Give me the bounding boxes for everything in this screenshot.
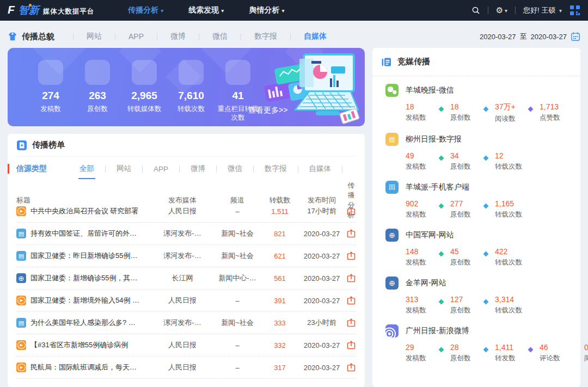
stat-label: 原创数 (75, 105, 120, 113)
article-title-link[interactable]: 中共中央政治局召开会议 研究部署 (30, 206, 139, 216)
repost-count: 821 (262, 230, 297, 238)
subnav-tab[interactable]: 网站 (74, 32, 115, 41)
banner-stat-icon (132, 60, 157, 85)
media-link[interactable]: 广州日报-新浪微博 (385, 324, 580, 337)
banner-stats: 274 发稿数 263 原创数 2,965 转载媒体数 7,610 转载次数 (27, 60, 261, 122)
subnav-item-overview[interactable]: 传播总貌 (8, 32, 54, 42)
stat-value: 1,713 (540, 102, 568, 111)
channel: – (212, 341, 262, 349)
stat-label: 发稿数 (406, 306, 434, 315)
stat-value: 2,965 (131, 90, 157, 102)
filter-label: 信源类型 (16, 164, 47, 174)
stat-label: 转发数 (495, 354, 523, 363)
calendar-icon (571, 32, 580, 41)
source-tab[interactable]: 网站 (106, 157, 142, 180)
divider (488, 7, 488, 14)
article-title-link[interactable]: 【#31省区市新增55例确诊病例 (30, 340, 128, 350)
qr-code-icon[interactable] (569, 5, 580, 16)
stat-item: 313 发稿数 (406, 295, 434, 315)
spread-analysis-icon[interactable] (346, 206, 356, 216)
media-link[interactable]: 中国军网-网站 (385, 229, 580, 242)
col-channel: 频道 (212, 195, 262, 205)
search-icon[interactable] (471, 6, 480, 15)
banner-stat-icon (179, 60, 204, 85)
stat-item: 45 原创数 (434, 247, 479, 267)
subnav-tab[interactable]: 数字报 (241, 32, 290, 41)
source-tab[interactable]: 微信 (217, 157, 253, 180)
repost-count: 1,511 (262, 207, 297, 216)
article-title-link[interactable]: 国家卫健委：昨日新增确诊55例… (30, 251, 137, 261)
spread-analysis-icon[interactable] (346, 363, 356, 372)
source-type-icon (16, 340, 26, 350)
menu-item[interactable]: 线索发现▾ (188, 5, 224, 15)
media-link[interactable]: 柳州日报-数字报 (385, 133, 580, 146)
stat-label: 原创数 (450, 354, 479, 363)
spread-analysis-icon[interactable] (346, 229, 356, 238)
stat-item: 34 原创数 (434, 151, 479, 171)
media-name: 中国军网-网站 (406, 230, 454, 240)
media-stats: 29 发稿数 28 原创数 (406, 343, 580, 363)
spread-analysis-icon[interactable] (346, 296, 356, 305)
repost-count: 333 (262, 319, 297, 327)
media-link[interactable]: 金羊网-网站 (385, 277, 580, 290)
stat-value: 902 (406, 199, 434, 208)
media-type-icon (385, 84, 399, 97)
media-stats: 148 发稿数 45 原创数 (406, 247, 580, 267)
source-tab[interactable]: 数字报 (254, 157, 298, 180)
source-tab[interactable]: 全部 (69, 157, 105, 180)
compete-entry: 羊城晚报-微信 18 发稿数 18 (385, 84, 580, 124)
stat-value: 12 (495, 151, 523, 160)
panel-title: 传播榜单 (32, 140, 65, 150)
source-tab[interactable]: APP (143, 158, 179, 180)
source-tab[interactable]: 自媒体 (298, 157, 342, 180)
brand-name: 智新 (19, 3, 39, 17)
media-link[interactable]: 羊城派-手机客户端 (385, 181, 580, 194)
app-logo[interactable]: F 智新 媒体大数据平台 (8, 3, 94, 17)
subnav-tab[interactable]: APP (115, 32, 157, 41)
stat-value: 46 (540, 343, 568, 352)
spread-analysis-icon[interactable] (346, 273, 356, 283)
subnav-tab[interactable]: 自媒体 (291, 32, 340, 41)
repost-count: 332 (262, 341, 297, 349)
settings-gear-icon[interactable]: ⚙▾ (496, 5, 507, 15)
menu-item[interactable]: 传播分析▾ (128, 5, 163, 15)
subnav-tab[interactable]: 微信 (199, 32, 241, 41)
table-row: 国家卫健委：新增境外输入54例 … 人民日报 – 391 2020-03-27 (16, 290, 356, 312)
media-type-icon (385, 133, 399, 146)
publish-time: 2020-03-27 (297, 364, 346, 372)
channel: 新闻~社会 (212, 251, 262, 261)
article-title-link[interactable]: 国家卫健委：新增境外输入54例 … (30, 296, 139, 305)
compete-panel-header: 竞媒传播 (372, 48, 580, 76)
compete-list: 羊城晚报-微信 18 发稿数 18 (372, 76, 580, 363)
stat-value: 127 (450, 295, 479, 304)
banner-illustration (257, 50, 360, 125)
article-title-link[interactable]: 持有效中国签证、居留许可的外… (30, 229, 137, 238)
divider (515, 7, 516, 14)
table-row: 持有效中国签证、居留许可的外… 漯河发布-… 新闻~社会 821 2020-03… (16, 223, 356, 245)
stat-item: 1,165 转载次数 (479, 199, 523, 219)
subnav-tab[interactable]: 微博 (157, 32, 199, 41)
spread-analysis-icon[interactable] (346, 340, 356, 350)
stat-value: 29 (406, 343, 434, 352)
publish-time: 2020-03-27 (297, 230, 346, 238)
spread-analysis-icon[interactable] (346, 318, 356, 328)
publish-media: 长江网 (152, 273, 212, 283)
article-title-link[interactable]: 为什么美国年轻人感染那么多? … (30, 318, 136, 328)
stat-item: 37万+ 阅读数 (479, 102, 523, 124)
media-type-icon (385, 277, 399, 290)
repost-count: 561 (262, 274, 297, 282)
article-title-link[interactable]: 国家卫健委：新增确诊55例，其… (30, 273, 137, 283)
article-title-link[interactable]: 民航局：国际航班调减后，每天… (30, 363, 137, 372)
publish-time: 2020-03-27 (297, 341, 346, 349)
source-type-icon (16, 318, 26, 328)
source-tab[interactable]: 微博 (180, 157, 216, 180)
date-range-picker[interactable]: 2020-03-27 至 2020-03-27 (480, 32, 580, 41)
stat-label: 转载次数 (495, 210, 523, 219)
stat-item: 18 原创数 (434, 102, 479, 124)
menu-item[interactable]: 舆情分析▾ (249, 5, 284, 15)
stat-label: 原创数 (450, 162, 479, 171)
media-link[interactable]: 羊城晚报-微信 (385, 84, 580, 97)
publish-time: 2020-03-27 (297, 297, 346, 305)
user-greeting[interactable]: 您好! 王硕 ▾ (523, 5, 562, 15)
spread-analysis-icon[interactable] (346, 251, 356, 261)
